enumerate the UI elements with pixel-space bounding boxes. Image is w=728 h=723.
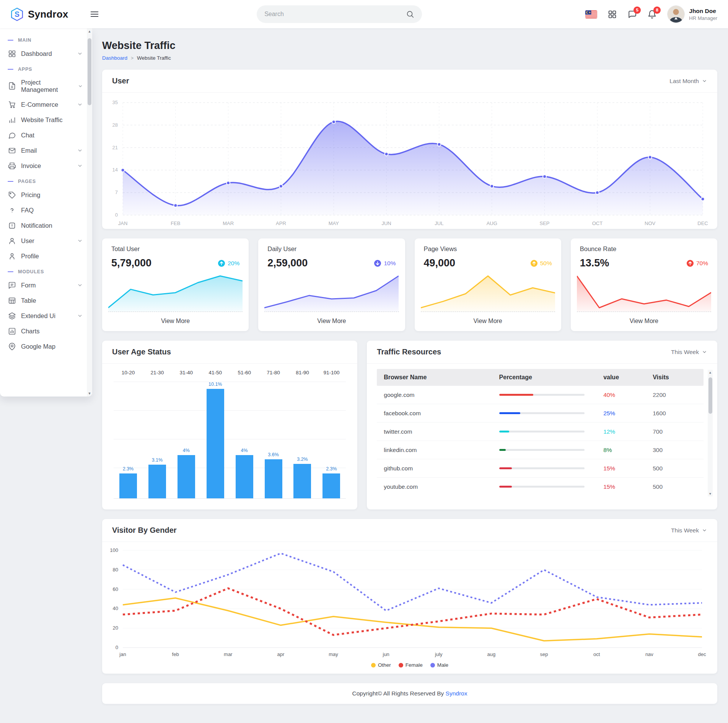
breadcrumb-dashboard-link[interactable]: Dashboard	[102, 55, 127, 61]
sidebar-item-profile[interactable]: Profile	[0, 248, 86, 264]
copyright-text: Copyright© All Rights Reserved By	[352, 690, 444, 697]
brand[interactable]: S Syndrox	[10, 7, 90, 21]
age-bar[interactable]	[322, 473, 340, 498]
traffic-table-row[interactable]: github.com15%500	[377, 459, 704, 478]
svg-text:APR: APR	[276, 220, 286, 226]
sidebar-item-faq[interactable]: FAQ	[0, 202, 86, 218]
user-icon	[8, 237, 16, 245]
view-more-button[interactable]: View More	[415, 312, 561, 331]
sidebar-item-website-traffic[interactable]: Website Traffic	[0, 112, 86, 127]
traffic-table-row[interactable]: facebook.com25%1600	[377, 404, 704, 423]
legend-female[interactable]: Female	[399, 662, 423, 668]
brand-name: Syndrox	[28, 8, 68, 20]
age-category-label: 31-40	[172, 370, 201, 375]
scroll-down-arrow[interactable]: ▼	[88, 392, 91, 395]
legend-other[interactable]: Other	[371, 662, 391, 668]
view-more-button[interactable]: View More	[571, 312, 717, 331]
sidebar-item-invoice[interactable]: Invoice	[0, 158, 86, 173]
age-bar-chart: 10-2021-3031-4041-5051-6071-8081-9091-10…	[102, 364, 357, 509]
breadcrumb-separator: >	[131, 55, 134, 61]
stat-value: 13.5%	[580, 257, 609, 269]
sidebar-item-extended-ui[interactable]: Extended Ui	[0, 308, 86, 323]
sidebar-item-label: Pricing	[21, 191, 40, 199]
age-bar-column: 3.1%	[143, 379, 172, 498]
notifications-button[interactable]: 8	[647, 10, 657, 19]
percentage-bar	[499, 486, 604, 488]
age-bar[interactable]	[207, 389, 224, 498]
apps-grid-button[interactable]	[607, 10, 617, 19]
sidebar-item-pricing[interactable]: Pricing	[0, 187, 86, 202]
traffic-resources-card: Traffic Resources This Week Browser Name…	[367, 341, 717, 509]
sidebar-item-ecommerce[interactable]: E-Commerce	[0, 97, 86, 112]
sidebar-item-email[interactable]: Email	[0, 143, 86, 158]
view-more-button[interactable]: View More	[258, 312, 405, 331]
sidebar-scrollbar[interactable]: ▲ ▼	[87, 28, 92, 397]
search-input[interactable]	[264, 11, 402, 18]
messages-button[interactable]: 5	[627, 10, 637, 19]
sidebar-item-google-map[interactable]: Google Map	[0, 339, 86, 354]
gender-range-select[interactable]: This Week	[671, 527, 707, 534]
search-box[interactable]	[257, 5, 422, 23]
sidebar-item-table[interactable]: Table	[0, 293, 86, 308]
visits-value: 300	[653, 447, 697, 454]
sidebar-section-apps: APPS	[0, 61, 86, 75]
age-bar[interactable]	[119, 473, 137, 498]
legend-male[interactable]: Male	[430, 662, 448, 668]
sidebar-item-label: Google Map	[21, 343, 55, 350]
traffic-scrollbar[interactable]: ▲ ▼	[708, 370, 713, 496]
age-bar[interactable]	[236, 455, 253, 498]
scrollbar-thumb[interactable]	[88, 38, 91, 105]
page-views-sparkline	[421, 273, 555, 312]
col-percentage: Percentage	[499, 374, 604, 381]
user-menu[interactable]: Jhon Doe HR Manager	[667, 5, 717, 23]
view-more-button[interactable]: View More	[102, 312, 249, 331]
user-name: Jhon Doe	[689, 7, 717, 15]
user-range-value: Last Month	[669, 78, 699, 85]
sidebar-item-label: Charts	[21, 328, 40, 335]
menu-toggle-button[interactable]	[90, 9, 99, 19]
visits-value: 500	[653, 483, 697, 490]
traffic-table-row[interactable]: youtube.com15%500	[377, 478, 704, 496]
stat-title: Total User	[111, 245, 239, 253]
age-bar[interactable]	[265, 459, 282, 498]
traffic-table-row[interactable]: google.com40%2200	[377, 386, 704, 404]
svg-text:may: may	[329, 651, 338, 657]
sidebar-item-form[interactable]: Form	[0, 277, 86, 293]
scroll-up-arrow[interactable]: ▲	[88, 29, 91, 33]
traffic-range-select[interactable]: This Week	[671, 349, 707, 356]
age-category-label: 71-80	[259, 370, 288, 375]
legend-other-dot	[371, 663, 376, 668]
section-dash	[8, 69, 13, 70]
sidebar-item-user[interactable]: User	[0, 233, 86, 248]
sidebar-item-dashboard[interactable]: Dashboard	[0, 46, 86, 61]
scroll-down-arrow[interactable]: ▼	[708, 492, 712, 496]
sidebar-item-label: Invoice	[21, 162, 41, 170]
chevron-down-icon	[77, 101, 83, 108]
svg-text:80: 80	[113, 567, 118, 573]
profile-icon	[8, 252, 16, 260]
age-card-title: User Age Status	[112, 348, 171, 356]
traffic-table-row[interactable]: linkedin.com8%300	[377, 441, 704, 459]
footer-brand-link[interactable]: Syndrox	[446, 690, 467, 697]
sidebar-item-notification[interactable]: Notification	[0, 218, 86, 233]
chevron-down-icon	[77, 238, 83, 244]
sidebar-item-project-management[interactable]: Project Management	[0, 75, 86, 97]
sidebar-item-chat[interactable]: Chat	[0, 127, 86, 143]
age-bar[interactable]	[293, 464, 311, 498]
age-bar[interactable]	[178, 455, 195, 498]
traffic-table-row[interactable]: twitter.com12%700	[377, 423, 704, 441]
user-range-select[interactable]: Last Month	[669, 78, 707, 85]
svg-text:0: 0	[116, 645, 118, 650]
percent-value: 25%	[603, 410, 653, 417]
chart-legend: Other Female Male	[102, 659, 717, 674]
language-button[interactable]	[585, 10, 597, 18]
search-icon[interactable]	[406, 10, 414, 18]
age-bar[interactable]	[148, 465, 166, 498]
layers-icon	[8, 312, 16, 320]
svg-text:sep: sep	[540, 651, 548, 657]
sidebar-item-charts[interactable]: Charts	[0, 323, 86, 339]
scrollbar-thumb[interactable]	[708, 377, 712, 414]
scroll-up-arrow[interactable]: ▲	[708, 370, 712, 374]
chevron-down-icon	[77, 163, 83, 169]
sidebar-section-pages: PAGES	[0, 173, 86, 187]
